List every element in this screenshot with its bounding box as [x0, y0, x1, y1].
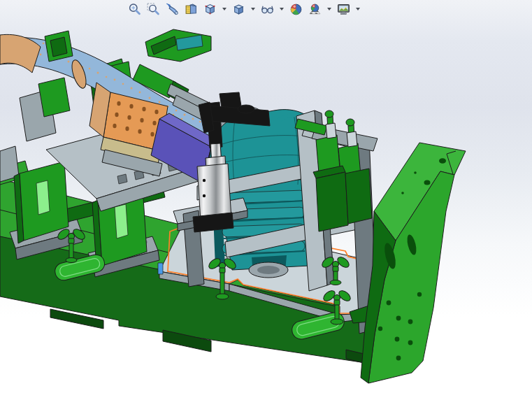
- view-orientation-dropdown[interactable]: [221, 1, 227, 17]
- zoom-to-area-button[interactable]: [145, 1, 161, 17]
- display-style-button[interactable]: [231, 1, 246, 17]
- cad-viewport: [0, 0, 532, 407]
- chevron-down-icon: [251, 8, 255, 10]
- section-view-button[interactable]: [183, 1, 199, 17]
- model-scene: [0, 0, 532, 407]
- zoom-to-fit-button[interactable]: [127, 1, 142, 17]
- magnifier-icon: [128, 3, 141, 16]
- eyeglasses-icon: [261, 3, 274, 16]
- monitor-icon: [337, 3, 350, 16]
- hide-show-items-button[interactable]: [259, 1, 275, 17]
- chevron-down-icon: [327, 8, 331, 10]
- apply-scene-button[interactable]: [307, 1, 322, 17]
- scene-sphere-icon: [308, 3, 322, 16]
- edit-appearance-button[interactable]: [288, 1, 303, 17]
- chevron-down-icon: [356, 8, 360, 10]
- orientation-cube-icon: [203, 3, 217, 16]
- display-style-dropdown[interactable]: [250, 1, 256, 17]
- previous-view-button[interactable]: [164, 1, 180, 17]
- heads-up-view-toolbar: [127, 1, 361, 17]
- shaded-cube-icon: [232, 3, 245, 16]
- apply-scene-dropdown[interactable]: [326, 1, 332, 17]
- selected-edge[interactable]: [158, 263, 163, 274]
- view-orientation-button[interactable]: [202, 1, 217, 17]
- color-sphere-icon: [289, 3, 303, 16]
- section-cube-icon: [185, 3, 198, 16]
- chevron-down-icon: [280, 8, 284, 10]
- hide-show-items-dropdown[interactable]: [278, 1, 285, 17]
- chevron-down-icon: [222, 8, 227, 10]
- magnifier-region-icon: [147, 3, 160, 16]
- duct-flange-bore: [257, 266, 280, 274]
- view-settings-button[interactable]: [336, 1, 351, 17]
- view-settings-dropdown[interactable]: [354, 1, 361, 17]
- spyglass-back-icon: [166, 3, 179, 16]
